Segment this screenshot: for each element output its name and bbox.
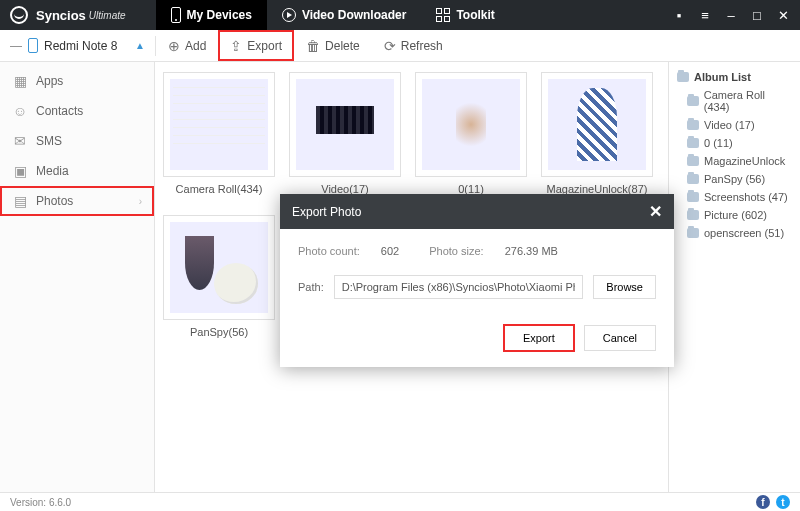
size-value: 276.39 MB <box>505 245 558 257</box>
thumb-caption: Camera Roll(434) <box>163 183 275 195</box>
album-video[interactable]: Video(17) <box>289 72 401 195</box>
album-item[interactable]: PanSpy (56) <box>669 170 800 188</box>
size-label: Photo size: <box>429 245 483 257</box>
dialog-titlebar: Export Photo ✕ <box>280 194 674 229</box>
grid-icon <box>436 8 450 22</box>
folder-icon <box>687 192 699 202</box>
status-bar: Version: 6.6.0 f t <box>0 492 800 511</box>
add-button[interactable]: ⊕ Add <box>156 30 218 61</box>
album-list-panel: Album List Camera Roll (434) Video (17) … <box>668 62 800 492</box>
export-button[interactable]: ⇪ Export <box>218 30 294 61</box>
social-links: f t <box>756 495 790 509</box>
app-name: Syncios <box>36 8 86 23</box>
version-label: Version: 6.6.0 <box>10 497 71 508</box>
album-header-label: Album List <box>694 71 751 83</box>
album-item[interactable]: 0 (11) <box>669 134 800 152</box>
album-label: PanSpy (56) <box>704 173 765 185</box>
album-item[interactable]: Screenshots (47) <box>669 188 800 206</box>
dialog-stats: Photo count: 602 Photo size: 276.39 MB <box>298 245 656 257</box>
btn-label: Add <box>185 39 206 53</box>
tab-label: My Devices <box>187 8 252 22</box>
tab-label: Video Downloader <box>302 8 406 22</box>
maximize-icon[interactable]: □ <box>750 8 764 23</box>
apps-icon: ▦ <box>12 73 28 89</box>
phone-icon <box>171 7 181 23</box>
btn-label: Delete <box>325 39 360 53</box>
dialog-close-icon[interactable]: ✕ <box>649 202 662 221</box>
album-item[interactable]: Picture (602) <box>669 206 800 224</box>
sidebar-item-photos[interactable]: ▤ Photos › <box>0 186 154 216</box>
add-icon: ⊕ <box>168 38 180 54</box>
path-row: Path: Browse <box>298 275 656 299</box>
app-logo-icon <box>10 6 28 24</box>
top-nav-tabs: My Devices Video Downloader Toolkit <box>156 0 510 30</box>
delete-button[interactable]: 🗑 Delete <box>294 30 372 61</box>
dialog-body: Photo count: 602 Photo size: 276.39 MB P… <box>280 229 674 315</box>
photo-size: Photo size: 276.39 MB <box>429 245 558 257</box>
album-camera-roll[interactable]: Camera Roll(434) <box>163 72 275 195</box>
tab-label: Toolkit <box>456 8 494 22</box>
sidebar-item-sms[interactable]: ✉ SMS <box>0 126 154 156</box>
sidebar-label: Photos <box>36 194 73 208</box>
thumb-caption: PanSpy(56) <box>163 326 275 338</box>
path-input[interactable] <box>334 275 584 299</box>
thumb-image <box>170 79 268 170</box>
export-photo-dialog: Export Photo ✕ Photo count: 602 Photo si… <box>280 194 674 367</box>
dialog-title: Export Photo <box>292 205 361 219</box>
sidebar-label: Contacts <box>36 104 83 118</box>
close-icon[interactable]: ✕ <box>776 8 790 23</box>
album-list-header: Album List <box>669 68 800 86</box>
thumb-image <box>170 222 268 313</box>
sidebar-label: Media <box>36 164 69 178</box>
minimize-icon[interactable]: – <box>724 8 738 23</box>
count-value: 602 <box>381 245 399 257</box>
tab-video-downloader[interactable]: Video Downloader <box>267 0 421 30</box>
feedback-icon[interactable]: ▪ <box>672 8 686 23</box>
album-label: Picture (602) <box>704 209 767 221</box>
btn-label: Export <box>247 39 282 53</box>
album-item[interactable]: Video (17) <box>669 116 800 134</box>
sidebar-label: Apps <box>36 74 63 88</box>
sidebar-item-apps[interactable]: ▦ Apps <box>0 66 154 96</box>
photos-icon: ▤ <box>12 193 28 209</box>
folder-icon <box>687 138 699 148</box>
sidebar-label: SMS <box>36 134 62 148</box>
album-panspy[interactable]: PanSpy(56) <box>163 215 275 338</box>
folder-icon <box>687 174 699 184</box>
folder-icon <box>687 156 699 166</box>
chevron-right-icon: › <box>139 196 142 207</box>
tab-my-devices[interactable]: My Devices <box>156 0 267 30</box>
sidebar: ▦ Apps ☺ Contacts ✉ SMS ▣ Media ▤ Photos… <box>0 62 155 492</box>
refresh-button[interactable]: ⟳ Refresh <box>372 30 455 61</box>
thumb-image <box>296 79 394 170</box>
sidebar-item-media[interactable]: ▣ Media <box>0 156 154 186</box>
album-magazine[interactable]: MagazineUnlock(87) <box>541 72 653 195</box>
facebook-icon[interactable]: f <box>756 495 770 509</box>
dialog-footer: Export Cancel <box>280 315 674 367</box>
contacts-icon: ☺ <box>12 103 28 119</box>
twitter-icon[interactable]: t <box>776 495 790 509</box>
album-label: Video (17) <box>704 119 755 131</box>
album-item[interactable]: openscreen (51) <box>669 224 800 242</box>
tab-toolkit[interactable]: Toolkit <box>421 0 509 30</box>
folder-icon <box>687 210 699 220</box>
album-zero[interactable]: 0(11) <box>415 72 527 195</box>
titlebar: Syncios Ultimate My Devices Video Downlo… <box>0 0 800 30</box>
album-item[interactable]: Camera Roll (434) <box>669 86 800 116</box>
device-picker[interactable]: — Redmi Note 8 ▲ <box>0 30 155 61</box>
window-controls: ▪ ≡ – □ ✕ <box>672 8 790 23</box>
thumb-image <box>422 79 520 170</box>
album-label: Screenshots (47) <box>704 191 788 203</box>
folder-icon <box>677 72 689 82</box>
folder-icon <box>687 120 699 130</box>
album-label: MagazineUnlock <box>704 155 785 167</box>
menu-icon[interactable]: ≡ <box>698 8 712 23</box>
dialog-cancel-button[interactable]: Cancel <box>584 325 656 351</box>
refresh-icon: ⟳ <box>384 38 396 54</box>
play-icon <box>282 8 296 22</box>
sidebar-item-contacts[interactable]: ☺ Contacts <box>0 96 154 126</box>
album-item[interactable]: MagazineUnlock <box>669 152 800 170</box>
dialog-export-button[interactable]: Export <box>504 325 574 351</box>
browse-button[interactable]: Browse <box>593 275 656 299</box>
folder-icon <box>687 228 699 238</box>
